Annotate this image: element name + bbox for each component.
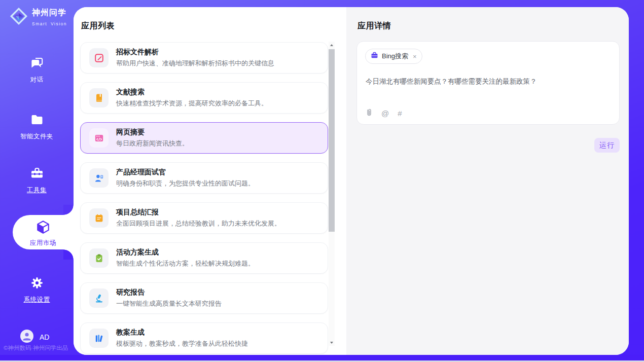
clipboard-check-icon xyxy=(89,248,109,268)
list-item-desc: 智能生成个性化活动方案，轻松解决规划难题。 xyxy=(116,259,255,268)
avatar xyxy=(20,330,33,345)
copyright-text: ©神州数码·神州问学出品 xyxy=(4,344,68,352)
cube-icon xyxy=(35,228,51,236)
scrollbar-down-arrow-icon[interactable] xyxy=(329,339,335,346)
toolbox-icon xyxy=(30,173,44,182)
microscope-icon xyxy=(89,288,109,308)
scrollbar-thumb[interactable] xyxy=(329,49,335,232)
app-detail-panel: 应用详情 Bing搜索 × 今日湖北有哪些新闻要点？有哪些需要关注的最新政策？ xyxy=(346,7,629,355)
brand-diamond-icon xyxy=(9,7,28,28)
app-list-title: 应用列表 xyxy=(81,21,115,31)
sidebar-item-label: 系统设置 xyxy=(0,296,74,304)
memo-icon xyxy=(89,208,109,228)
book-icon xyxy=(89,88,109,107)
query-text[interactable]: 今日湖北有哪些新闻要点？有哪些需要关注的最新政策？ xyxy=(366,77,611,87)
app-list: 招标文件解析 帮助用户快速、准确地理解和解析招标书中的关键信息 文献搜索 快速精… xyxy=(80,42,328,354)
bottom-bar xyxy=(0,355,644,360)
sidebar: 神州问学 Smart Vision 对话 智能文件夹 xyxy=(0,0,74,362)
prompt-card[interactable]: Bing搜索 × 今日湖北有哪些新闻要点？有哪些需要关注的最新政策？ @ # xyxy=(356,41,620,125)
list-item-title: 教案生成 xyxy=(116,328,248,337)
briefcase-icon xyxy=(371,52,378,61)
list-item-title: 招标文件解析 xyxy=(116,48,274,57)
list-item-desc: 快速精准查找学术资源，提高研究效率的必备工具。 xyxy=(116,99,268,108)
interviewer-icon xyxy=(89,168,109,188)
main-content: 应用列表 招标文件解析 帮助用户快速、准确地理解和解析招标书中的关键信息 xyxy=(74,7,629,355)
list-item-title: 网页摘要 xyxy=(116,128,189,137)
sidebar-item-label: 工具集 xyxy=(0,186,74,195)
sidebar-item-label: 智能文件夹 xyxy=(0,132,74,141)
list-item-lesson-plan[interactable]: 教案生成 模板驱动，教案秒成，教学准备从此轻松快捷 xyxy=(80,322,328,354)
list-item-title: 文献搜索 xyxy=(116,88,268,97)
sidebar-item-chat[interactable]: 对话 xyxy=(0,56,74,84)
app-detail-title: 应用详情 xyxy=(357,21,391,31)
list-item-webpage-summary[interactable]: 网页摘要 每日政府新闻资讯快查。 xyxy=(80,122,328,154)
list-item-project-summary[interactable]: 项目总结汇报 全面回顾项目进展，总结经验教训，助力未来优化发展。 xyxy=(80,202,328,234)
list-item-bid-doc-parse[interactable]: 招标文件解析 帮助用户快速、准确地理解和解析招标书中的关键信息 xyxy=(80,42,328,74)
sidebar-item-settings[interactable]: 系统设置 xyxy=(0,276,74,304)
user-initials: AD xyxy=(40,333,49,341)
list-item-title: 研究报告 xyxy=(116,288,222,297)
chip-close-icon[interactable]: × xyxy=(413,53,417,60)
books-icon xyxy=(89,329,109,348)
mention-icon[interactable]: @ xyxy=(381,109,389,118)
scrollbar-up-arrow-icon[interactable] xyxy=(329,42,335,48)
sidebar-item-app-market[interactable]: 应用市场 xyxy=(13,215,74,249)
paperclip-icon[interactable] xyxy=(366,108,373,119)
list-item-desc: 模板驱动，教案秒成，教学准备从此轻松快捷 xyxy=(116,339,248,348)
tool-chip-label: Bing搜索 xyxy=(382,52,408,61)
tool-chip-bing-search[interactable]: Bing搜索 × xyxy=(365,49,422,64)
list-item-event-plan[interactable]: 活动方案生成 智能生成个性化活动方案，轻松解决规划难题。 xyxy=(80,242,328,274)
list-item-title: 产品经理面试官 xyxy=(116,168,255,177)
list-item-pm-interviewer[interactable]: 产品经理面试官 明确身份和职责，为您提供专业性的面试问题。 xyxy=(80,162,328,194)
list-item-desc: 一键智能生成高质量长文本研究报告 xyxy=(116,299,222,308)
attachment-toolbar: @ # xyxy=(366,108,402,119)
app-list-panel: 应用列表 招标文件解析 帮助用户快速、准确地理解和解析招标书中的关键信息 xyxy=(74,7,346,355)
folder-icon xyxy=(30,120,44,128)
list-item-literature-search[interactable]: 文献搜索 快速精准查找学术资源，提高研究效率的必备工具。 xyxy=(80,82,328,114)
brand-subtitle: Smart Vision xyxy=(32,21,67,26)
run-button[interactable]: 运行 xyxy=(594,138,620,153)
edit-square-icon xyxy=(89,48,109,67)
brand-name: 神州问学 xyxy=(32,8,66,17)
gear-icon xyxy=(30,283,44,292)
list-scrollbar[interactable] xyxy=(329,42,335,346)
list-item-research-report[interactable]: 研究报告 一键智能生成高质量长文本研究报告 xyxy=(80,282,328,314)
sidebar-item-label: 对话 xyxy=(0,76,74,84)
sidebar-item-smart-folder[interactable]: 智能文件夹 xyxy=(0,113,74,141)
user-account[interactable]: AD xyxy=(20,330,49,345)
webpage-code-icon xyxy=(89,128,109,148)
chat-icon xyxy=(30,63,44,71)
list-item-desc: 明确身份和职责，为您提供专业性的面试问题。 xyxy=(116,179,255,188)
hashtag-icon[interactable]: # xyxy=(398,109,402,118)
list-item-desc: 每日政府新闻资讯快查。 xyxy=(116,139,189,148)
list-item-desc: 帮助用户快速、准确地理解和解析招标书中的关键信息 xyxy=(116,59,274,68)
sidebar-item-label: 应用市场 xyxy=(13,239,74,247)
list-item-title: 项目总结汇报 xyxy=(116,208,281,217)
list-item-title: 活动方案生成 xyxy=(116,248,255,257)
sidebar-item-toolset[interactable]: 工具集 xyxy=(0,166,74,195)
brand-logo: 神州问学 Smart Vision xyxy=(9,7,74,28)
list-item-desc: 全面回顾项目进展，总结经验教训，助力未来优化发展。 xyxy=(116,219,281,228)
